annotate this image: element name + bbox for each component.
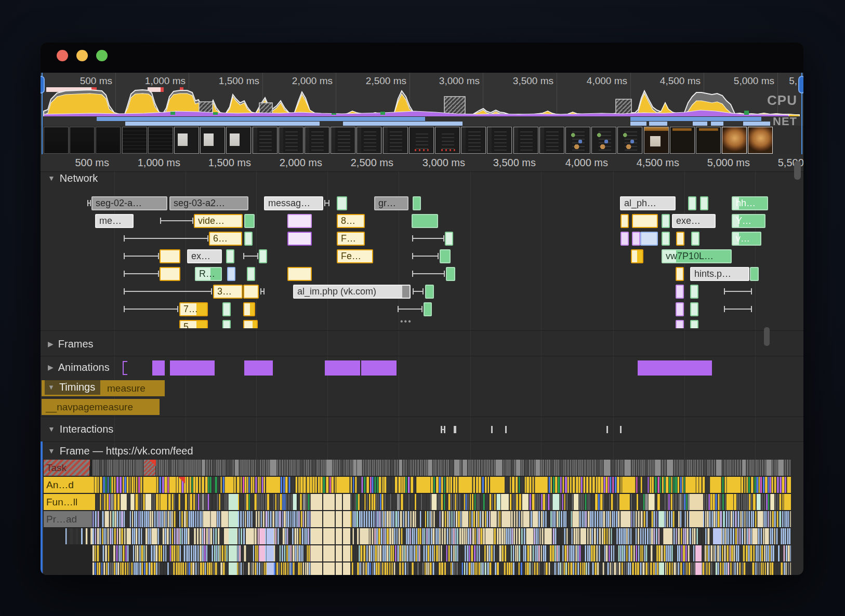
animation-bar[interactable] [170, 360, 215, 376]
chevron-down-icon[interactable]: ▼ [48, 447, 55, 455]
overflow-dots[interactable]: ••• [400, 317, 412, 326]
network-request[interactable]: hints.p… [690, 267, 749, 281]
main-thread-flame-chart[interactable] [44, 460, 791, 575]
filmstrip-screenshot[interactable] [435, 127, 460, 154]
network-request[interactable] [662, 232, 670, 246]
network-request[interactable]: gr… [374, 196, 408, 210]
filmstrip-screenshot[interactable] [174, 127, 199, 154]
filmstrip-screenshot[interactable] [591, 127, 616, 154]
filmstrip-screenshot[interactable] [670, 127, 695, 154]
network-request[interactable]: vide… [194, 214, 243, 228]
network-request[interactable] [243, 302, 255, 316]
filmstrip-screenshot[interactable] [461, 127, 486, 154]
network-request[interactable]: 3… [213, 285, 243, 299]
filmstrip-screenshot[interactable] [226, 127, 251, 154]
frame-section-header[interactable]: ▼Frame — https://vk.com/feed [41, 441, 803, 459]
network-request[interactable]: al_ph… [620, 196, 676, 210]
scrollbar-thumb[interactable] [764, 327, 770, 346]
filmstrip-screenshot[interactable] [44, 127, 69, 154]
network-request[interactable] [750, 267, 759, 281]
filmstrip-screenshot[interactable] [331, 127, 355, 154]
network-request[interactable]: 6… [209, 232, 242, 246]
network-request[interactable]: exe… [672, 214, 716, 228]
network-request[interactable] [690, 302, 698, 316]
range-handle-left[interactable] [41, 76, 45, 93]
network-request[interactable]: vw7P10L… [662, 249, 732, 263]
flame-task-label[interactable]: Task [44, 460, 89, 476]
close-button[interactable] [57, 50, 68, 61]
filmstrip-screenshot[interactable] [539, 127, 564, 154]
filmstrip-screenshot[interactable] [748, 127, 773, 154]
network-request[interactable] [222, 320, 231, 328]
filmstrip-screenshot[interactable] [722, 127, 747, 154]
network-request[interactable] [243, 320, 258, 328]
network-request[interactable] [287, 232, 312, 246]
network-request[interactable]: 5… [179, 320, 208, 328]
network-request[interactable] [244, 232, 253, 246]
network-request[interactable]: hh… [732, 196, 768, 210]
animation-bar[interactable] [152, 360, 165, 376]
timings-section-header[interactable]: ▼Timings [45, 380, 100, 395]
network-request[interactable]: 7… [179, 302, 208, 316]
filmstrip-screenshot[interactable] [409, 127, 434, 154]
network-request[interactable]: messag… [264, 196, 323, 210]
network-request[interactable]: seg-03-a2… [169, 196, 248, 210]
interaction-marker[interactable] [491, 426, 493, 433]
flame-profiling-label[interactable]: Pr…ad [44, 511, 92, 527]
network-request[interactable]: Fe… [337, 249, 373, 263]
network-request[interactable] [337, 196, 347, 210]
filmstrip-screenshot[interactable] [122, 127, 147, 154]
network-request[interactable] [700, 196, 708, 210]
network-request[interactable] [632, 214, 658, 228]
network-request[interactable] [640, 232, 658, 246]
network-request[interactable] [445, 232, 453, 246]
network-request[interactable] [287, 214, 312, 228]
filmstrip-screenshot[interactable] [696, 127, 721, 154]
network-request[interactable] [160, 249, 180, 263]
filmstrip-screenshot[interactable] [644, 127, 669, 154]
network-request[interactable]: 8… [337, 214, 365, 228]
network-section-header[interactable]: ▼Network [48, 172, 803, 184]
cpu-activity-chart[interactable] [41, 88, 803, 116]
network-request[interactable] [425, 285, 434, 299]
network-request[interactable] [631, 249, 643, 263]
filmstrip-screenshot[interactable] [70, 127, 95, 154]
network-request[interactable] [690, 285, 698, 299]
network-request[interactable] [446, 267, 455, 281]
interaction-marker[interactable] [606, 426, 608, 433]
chevron-down-icon[interactable]: ▼ [48, 383, 55, 391]
interaction-marker[interactable] [620, 426, 622, 433]
filmstrip-screenshot[interactable] [96, 127, 121, 154]
animation-bar[interactable] [244, 360, 273, 376]
network-request[interactable] [244, 214, 255, 228]
filmstrip-screenshot[interactable] [253, 127, 278, 154]
animation-bar[interactable] [638, 360, 712, 376]
network-request[interactable]: seg-02-a… [91, 196, 167, 210]
range-handle-right[interactable] [798, 76, 803, 93]
filmstrip-screenshot[interactable] [383, 127, 408, 154]
minimize-button[interactable] [76, 50, 88, 61]
network-request[interactable] [222, 302, 231, 316]
network-request[interactable] [676, 302, 684, 316]
network-request[interactable] [287, 267, 312, 281]
animation-bar[interactable] [325, 360, 360, 376]
animation-bar[interactable] [361, 360, 397, 376]
filmstrip-screenshot[interactable] [200, 127, 225, 154]
network-request[interactable] [676, 320, 684, 328]
network-request[interactable] [688, 196, 696, 210]
network-request[interactable] [227, 267, 235, 281]
zoom-button[interactable] [96, 50, 108, 61]
chevron-down-icon[interactable]: ▼ [48, 174, 55, 182]
network-request[interactable] [690, 320, 698, 328]
network-request[interactable]: Y… [732, 214, 765, 228]
timeline-overview[interactable]: 500 ms1,000 ms1,500 ms2,000 ms2,500 ms3,… [41, 73, 803, 154]
network-request[interactable]: v… [732, 232, 761, 246]
interaction-marker[interactable] [454, 426, 456, 433]
network-request[interactable] [413, 196, 421, 210]
filmstrip-screenshot[interactable] [148, 127, 173, 154]
network-request[interactable] [259, 249, 267, 263]
network-request[interactable]: ex… [187, 249, 222, 263]
filmstrip-screenshot[interactable] [565, 127, 590, 154]
network-request[interactable] [676, 285, 684, 299]
network-request[interactable] [691, 232, 699, 246]
